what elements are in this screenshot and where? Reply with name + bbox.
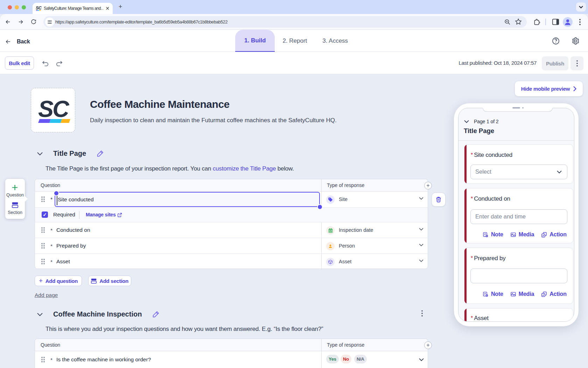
svg-text:SC: SC — [36, 6, 42, 11]
svg-text:SC: SC — [38, 96, 70, 122]
